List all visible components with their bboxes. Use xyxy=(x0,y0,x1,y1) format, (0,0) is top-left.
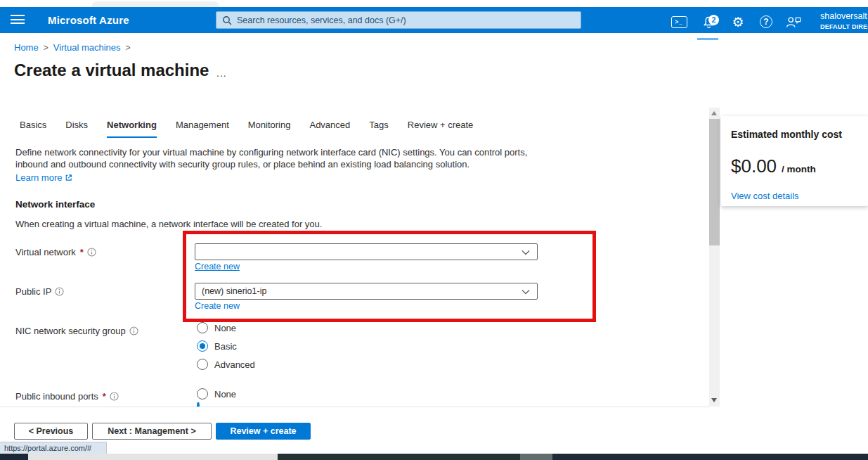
inbound-ports-radio-none[interactable]: None xyxy=(197,388,236,400)
info-icon[interactable] xyxy=(129,326,138,336)
tab-management[interactable]: Management xyxy=(176,120,229,138)
radio-selected-icon xyxy=(197,340,208,352)
browser-link-status-tooltip: https://portal.azure.com/# xyxy=(0,442,107,454)
gear-icon: ⚙ xyxy=(732,15,744,29)
external-link-icon xyxy=(65,174,72,181)
view-cost-details-link[interactable]: View cost details xyxy=(731,191,799,201)
nsg-radio-basic[interactable]: Basic xyxy=(197,340,237,352)
wizard-tabs: Basics Disks Networking Management Monit… xyxy=(20,120,473,138)
cost-amount: $0.00 xyxy=(731,155,777,177)
virtual-network-label: Virtual network * xyxy=(15,247,96,257)
info-icon[interactable] xyxy=(87,248,96,257)
azure-portal-window: Microsoft Azure >_ ⚙ ? xyxy=(0,0,868,460)
cost-suffix: / month xyxy=(782,164,816,174)
estimated-cost-panel: Estimated monthly cost $0.00 / month Vie… xyxy=(721,116,868,206)
scrollbar-thumb[interactable] xyxy=(709,119,720,245)
help-button[interactable]: ? xyxy=(755,13,777,31)
notification-badge: 2 xyxy=(708,15,719,25)
radio-icon xyxy=(197,359,208,370)
breadcrumb-separator: > xyxy=(126,43,131,53)
breadcrumb-home-link[interactable]: Home xyxy=(14,42,39,53)
search-icon xyxy=(222,15,232,25)
notifications-active-underline xyxy=(697,38,718,40)
tab-tags[interactable]: Tags xyxy=(369,120,388,138)
required-mark: * xyxy=(103,391,106,402)
tab-networking[interactable]: Networking xyxy=(107,120,157,138)
cloud-shell-button[interactable]: >_ xyxy=(668,13,690,31)
hamburger-menu-icon[interactable] xyxy=(11,15,25,25)
taskbar-segment xyxy=(28,454,278,460)
search-input[interactable] xyxy=(237,15,575,25)
required-mark: * xyxy=(80,247,84,257)
taskbar-segment xyxy=(0,454,28,460)
account-menu[interactable]: shaloversalt DEFAULT DIRECTORY xyxy=(820,11,868,32)
feedback-person-icon xyxy=(784,15,801,29)
feedback-button[interactable] xyxy=(782,13,804,31)
chevron-down-icon xyxy=(522,250,530,255)
learn-more-label: Learn more xyxy=(15,172,62,183)
page-title: Create a virtual machine xyxy=(14,60,209,80)
settings-button[interactable]: ⚙ xyxy=(727,13,749,31)
user-directory: DEFAULT DIRECTORY xyxy=(820,23,868,30)
info-icon[interactable] xyxy=(110,392,119,401)
browser-chrome-fragment xyxy=(91,1,219,7)
taskbar-segment xyxy=(520,454,552,460)
public-ip-select[interactable]: (new) sinerio1-ip xyxy=(195,283,538,300)
cost-amount-row: $0.00 / month xyxy=(731,155,858,177)
taskbar-segment xyxy=(278,454,520,460)
public-inbound-ports-label: Public inbound ports * xyxy=(15,391,119,402)
review-create-button[interactable]: Review + create xyxy=(216,423,311,440)
info-icon[interactable] xyxy=(55,287,64,296)
network-interface-subtext: When creating a virtual machine, a netwo… xyxy=(15,219,322,229)
scrollbar-up-arrow-icon[interactable] xyxy=(711,111,717,115)
virtual-network-create-new-link[interactable]: Create new xyxy=(195,262,240,271)
virtual-network-select[interactable] xyxy=(195,243,538,260)
previous-button[interactable]: < Previous xyxy=(14,423,88,440)
scrollbar-down-arrow-icon[interactable] xyxy=(711,398,717,402)
nic-nsg-label: NIC network security group xyxy=(15,326,138,336)
radio-icon xyxy=(197,322,208,333)
networking-intro-text: Define network connectivity for your vir… xyxy=(15,146,551,170)
breadcrumb-virtual-machines-link[interactable]: Virtual machines xyxy=(53,42,121,53)
learn-more-link[interactable]: Learn more xyxy=(15,172,72,183)
nsg-radio-none[interactable]: None xyxy=(197,322,236,333)
help-icon: ? xyxy=(760,15,772,28)
azure-brand-logo[interactable]: Microsoft Azure xyxy=(48,14,129,26)
global-search[interactable] xyxy=(216,11,581,29)
content-bottom-divider xyxy=(0,407,709,407)
breadcrumb: Home>Virtual machines> xyxy=(14,42,136,53)
tab-review-create[interactable]: Review + create xyxy=(408,120,474,138)
next-management-button[interactable]: Next : Management > xyxy=(92,423,212,440)
browser-top-strip xyxy=(0,0,868,7)
azure-header: Microsoft Azure >_ ⚙ ? xyxy=(0,7,868,33)
tab-basics[interactable]: Basics xyxy=(20,120,46,138)
tab-advanced[interactable]: Advanced xyxy=(309,120,350,138)
radio-icon xyxy=(197,388,208,400)
cost-panel-title: Estimated monthly cost xyxy=(731,129,858,140)
nsg-radio-advanced[interactable]: Advanced xyxy=(197,359,255,370)
network-interface-heading: Network interface xyxy=(15,199,95,210)
vertical-scrollbar[interactable] xyxy=(709,108,720,407)
taskbar-fragment xyxy=(0,454,868,460)
taskbar-segment xyxy=(552,454,868,460)
tab-disks[interactable]: Disks xyxy=(65,120,88,138)
breadcrumb-separator: > xyxy=(44,43,48,53)
public-ip-create-new-link[interactable]: Create new xyxy=(195,301,240,311)
user-name: shaloversalt xyxy=(820,11,868,21)
chevron-down-icon xyxy=(522,289,530,295)
terminal-icon: >_ xyxy=(671,16,687,28)
public-ip-value: (new) sinerio1-ip xyxy=(202,286,266,296)
public-ip-label: Public IP xyxy=(15,286,64,297)
tab-monitoring[interactable]: Monitoring xyxy=(248,120,291,138)
title-overflow-menu[interactable]: ... xyxy=(216,68,227,79)
